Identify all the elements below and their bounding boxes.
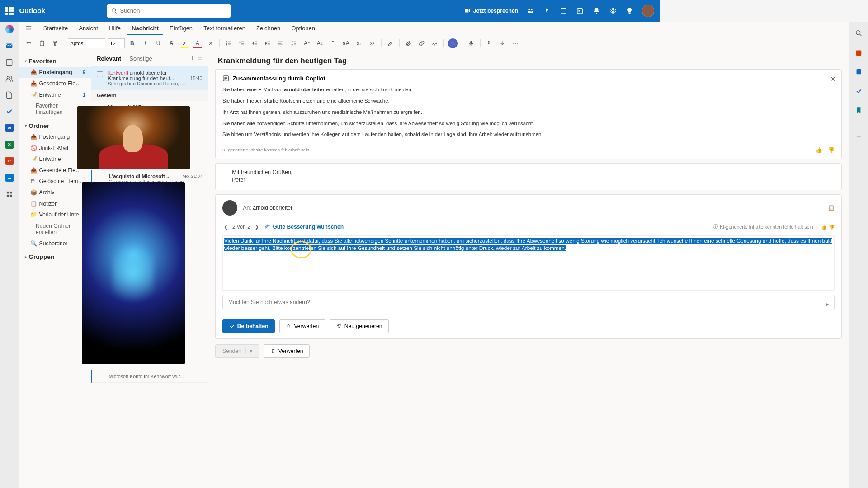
outdent-button[interactable]	[249, 38, 260, 49]
svg-point-18	[226, 43, 227, 44]
copilot-button[interactable]	[447, 38, 458, 49]
send-dropdown[interactable]: ▾	[245, 348, 252, 354]
nav-search-folders[interactable]: 🔍Suchordner	[19, 238, 91, 249]
my-day-icon[interactable]	[576, 7, 584, 15]
discard-message-button[interactable]: Verwerfen	[264, 344, 310, 358]
app-launcher[interactable]	[5, 7, 14, 15]
decrease-font-button[interactable]: A↓	[315, 38, 326, 49]
rail-copilot[interactable]	[5, 24, 14, 34]
rail-people[interactable]	[5, 74, 14, 83]
sensitivity-button[interactable]	[484, 38, 495, 49]
underline-button[interactable]: U	[153, 38, 164, 49]
increase-font-button[interactable]: A↑	[302, 38, 312, 49]
keep-button[interactable]: Beibehalten	[222, 319, 275, 333]
tips-icon[interactable]	[625, 7, 633, 15]
diamond-icon[interactable]	[543, 7, 551, 15]
send-button[interactable]: Senden ▾	[215, 344, 259, 358]
tab-draw[interactable]: Zeichnen	[251, 22, 285, 34]
nav-archive[interactable]: 📦Archiv	[19, 187, 91, 198]
strikethrough-button[interactable]: S	[166, 38, 177, 49]
bold-button[interactable]: B	[127, 38, 137, 49]
paste-button[interactable]	[37, 38, 47, 49]
rail-powerpoint[interactable]: P	[5, 156, 14, 166]
rail-mail[interactable]	[5, 41, 14, 50]
nav-sent-fav[interactable]: 📤Gesendete Elemente	[19, 78, 91, 89]
refine-input[interactable]	[222, 295, 660, 310]
notifications-icon[interactable]	[592, 7, 600, 15]
italic-button[interactable]: I	[140, 38, 151, 49]
nav-inbox-fav[interactable]: 📥Posteingang 9	[19, 67, 91, 78]
groups-header[interactable]: ▸Gruppen	[19, 252, 91, 263]
prev-sign: Mit freundlichen Grüßen,	[232, 169, 660, 175]
draft-text-area[interactable]: Vielen Dank für Ihre Nachricht und dafür…	[222, 235, 660, 291]
svg-rect-23	[488, 41, 490, 44]
rail-excel[interactable]: X	[5, 140, 14, 149]
meet-now-button[interactable]: Jetzt besprechen	[464, 7, 519, 14]
nav-deleted[interactable]: 🗑Gelöschte Elemente	[19, 176, 91, 187]
teams-icon[interactable]	[526, 7, 534, 15]
search-box[interactable]	[107, 4, 231, 18]
list-tab-other[interactable]: Sonstige	[129, 55, 152, 66]
pager-next-button[interactable]: ❯	[253, 222, 260, 231]
tab-home[interactable]: Startseite	[38, 22, 73, 34]
undo-button[interactable]	[24, 38, 34, 49]
font-color-button[interactable]: A	[192, 38, 203, 49]
pager-prev-button[interactable]: ❮	[222, 222, 230, 231]
regenerate-button[interactable]: Neu generieren	[330, 319, 389, 333]
hamburger-menu[interactable]	[24, 23, 34, 33]
more-button[interactable]: ⋯	[510, 38, 521, 49]
priority-button[interactable]	[497, 38, 508, 49]
link-button[interactable]	[416, 38, 427, 49]
nav-history[interactable]: 📁Verlauf der Unterhalt...	[19, 209, 91, 221]
favorites-header[interactable]: ▾Favoriten	[19, 56, 91, 67]
clear-format-button[interactable]	[205, 38, 216, 49]
settings-icon[interactable]	[609, 7, 617, 15]
list-tab-relevant[interactable]: Relevant	[97, 55, 121, 66]
tab-insert[interactable]: Einfügen	[165, 22, 197, 34]
format-painter-button[interactable]	[49, 38, 60, 49]
change-case-button[interactable]: aA	[340, 38, 351, 49]
attach-button[interactable]	[403, 38, 414, 49]
select-all-icon[interactable]: ☐	[188, 55, 193, 66]
rail-word[interactable]: W	[5, 123, 14, 133]
tab-options[interactable]: Optionen	[287, 22, 320, 34]
message-checkbox[interactable]	[97, 71, 103, 78]
rail-onedrive[interactable]: ☁	[5, 173, 14, 182]
rail-calendar[interactable]	[5, 57, 14, 67]
subscript-button[interactable]: x₂	[354, 38, 364, 49]
tab-view[interactable]: Ansicht	[74, 22, 103, 34]
signature-button[interactable]	[429, 38, 440, 49]
highlight-button[interactable]	[179, 38, 190, 49]
message-item-4[interactable]: Microsoft-Konto Ihr Kennwort wur...	[91, 370, 208, 371]
quote-button[interactable]: "	[328, 38, 339, 49]
numbering-button[interactable]: 12	[236, 38, 247, 49]
nav-new-folder[interactable]: Neuen Ordner erstellen	[19, 221, 91, 238]
superscript-button[interactable]: x²	[367, 38, 377, 49]
bullets-button[interactable]	[223, 38, 234, 49]
nav-drafts-fav[interactable]: 📝Entwürfe 1	[19, 89, 91, 100]
rail-files[interactable]	[5, 90, 14, 100]
indent-button[interactable]	[262, 38, 273, 49]
line-spacing-button[interactable]	[288, 38, 299, 49]
tab-help[interactable]: Hilfe	[104, 22, 126, 34]
tab-format[interactable]: Text formatieren	[199, 22, 250, 34]
font-size-select[interactable]	[108, 38, 125, 48]
calendar-day-icon[interactable]	[559, 7, 567, 15]
suggestion-pill[interactable]: Gute Besserung wünschen	[264, 224, 344, 230]
rail-more-apps[interactable]	[5, 189, 14, 198]
styles-button[interactable]	[385, 38, 396, 49]
message-item-1[interactable]: ▸ [Entwurf] arnold oberleiter Krankmeldu…	[91, 66, 208, 90]
discard-draft-button[interactable]: Verwerfen	[279, 319, 326, 333]
dictate-button[interactable]	[466, 38, 476, 49]
font-select[interactable]	[68, 38, 106, 48]
search-input[interactable]	[120, 7, 227, 14]
expand-icon[interactable]: ▸	[94, 73, 95, 77]
user-avatar[interactable]	[642, 5, 654, 17]
tab-message[interactable]: Nachricht	[127, 22, 164, 34]
nav-notes[interactable]: 📋Notizen	[19, 198, 91, 209]
summary-line-2: Sie haben Fieber, starke Kopfschmerzen u…	[222, 97, 660, 105]
align-button[interactable]	[275, 38, 286, 49]
prev-name: Peter	[232, 177, 660, 183]
rail-todo[interactable]	[5, 107, 14, 116]
filter-icon[interactable]: ☰	[197, 55, 202, 66]
